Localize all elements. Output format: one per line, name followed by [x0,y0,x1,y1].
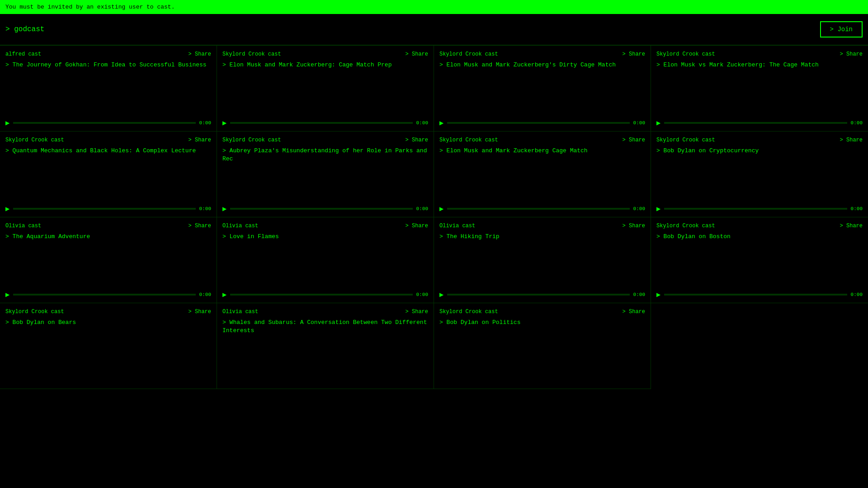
podcast-card: Skylord Crook cast > Share > Bob Dylan o… [651,217,868,303]
play-button[interactable]: ▶ [222,206,226,211]
card-title: > Bob Dylan on Boston [656,233,863,288]
podcast-card: Skylord Crook cast > Share > Elon Musk a… [434,46,651,131]
audio-controls: ▶ 0:00 [5,206,211,211]
progress-bar-container[interactable] [447,294,630,296]
share-button[interactable]: > Share [406,51,428,57]
cast-by-label: Skylord Crook cast [222,51,281,57]
card-grid: alfred cast > Share > The Journey of Gok… [0,45,868,389]
time-label: 0:00 [416,292,428,297]
card-title: > Bob Dylan on Politics [439,319,645,380]
play-button[interactable]: ▶ [439,292,443,297]
progress-bar-container[interactable] [230,208,413,210]
cast-by-label: Olivia cast [439,223,475,229]
share-button[interactable]: > Share [189,51,211,57]
card-title: > Whales and Subarus: A Conversation Bet… [222,319,428,380]
card-header: Skylord Crook cast > Share [439,51,645,57]
podcast-card: Skylord Crook cast > Share > Bob Dylan o… [651,131,868,217]
cast-by-label: Skylord Crook cast [656,223,715,229]
audio-controls: ▶ 0:00 [222,120,428,126]
card-title: > Elon Musk vs Mark Zuckerberg: The Cage… [656,61,863,117]
progress-bar-container[interactable] [13,208,196,210]
card-title: > Elon Musk and Mark Zuckerberg: Cage Ma… [222,61,428,117]
podcast-card: Skylord Crook cast > Share > Elon Musk a… [217,46,434,131]
play-button[interactable]: ▶ [439,120,443,126]
share-button[interactable]: > Share [623,223,645,229]
progress-bar-container[interactable] [230,122,413,124]
card-header: Skylord Crook cast > Share [439,137,645,143]
play-button[interactable]: ▶ [656,206,660,211]
share-button[interactable]: > Share [406,309,428,315]
share-button[interactable]: > Share [623,51,645,57]
podcast-card: Skylord Crook cast > Share > Quantum Mec… [0,131,217,217]
audio-controls: ▶ 0:00 [5,120,211,126]
audio-controls: ▶ 0:00 [656,206,863,211]
card-header: Skylord Crook cast > Share [656,51,863,57]
card-header: Skylord Crook cast > Share [656,137,863,143]
card-title: > The Journey of Gokhan: From Idea to Su… [5,61,211,117]
play-button[interactable]: ▶ [5,292,9,297]
audio-controls: ▶ 0:00 [439,206,645,211]
card-title: > Bob Dylan on Cryptocurrency [656,147,863,202]
progress-bar-container[interactable] [230,294,413,296]
cast-by-label: Olivia cast [222,223,258,229]
play-button[interactable]: ▶ [656,292,660,297]
audio-controls: ▶ 0:00 [5,292,211,297]
share-button[interactable]: > Share [623,309,645,315]
time-label: 0:00 [199,292,211,297]
card-header: Skylord Crook cast > Share [5,137,211,143]
time-label: 0:00 [199,120,211,126]
card-header: Olivia cast > Share [222,223,428,229]
card-header: Skylord Crook cast > Share [222,137,428,143]
progress-bar-container[interactable] [13,294,196,296]
join-button[interactable]: > Join [820,21,863,38]
progress-bar-container[interactable] [447,208,630,210]
play-button[interactable]: ▶ [222,120,226,126]
share-button[interactable]: > Share [189,223,211,229]
card-title: > Elon Musk and Mark Zuckerberg Cage Mat… [439,147,645,202]
card-header: Olivia cast > Share [439,223,645,229]
time-label: 0:00 [851,292,863,297]
share-button[interactable]: > Share [840,223,863,229]
podcast-card: Skylord Crook cast > Share > Elon Musk a… [434,131,651,217]
time-label: 0:00 [633,206,645,211]
share-button[interactable]: > Share [406,137,428,143]
card-title: > Bob Dylan on Bears [5,319,211,380]
card-header: Skylord Crook cast > Share [222,51,428,57]
share-button[interactable]: > Share [623,137,645,143]
play-button[interactable]: ▶ [5,206,9,211]
play-button[interactable]: ▶ [439,206,443,211]
cast-by-label: Skylord Crook cast [439,309,498,315]
progress-bar-container[interactable] [13,122,196,124]
progress-bar-container[interactable] [664,122,847,124]
logo: > godcast [5,25,44,33]
time-label: 0:00 [851,206,863,211]
podcast-card: Skylord Crook cast > Share > Elon Musk v… [651,46,868,131]
card-title: > Elon Musk and Mark Zuckerberg's Dirty … [439,61,645,117]
share-button[interactable]: > Share [189,309,211,315]
cast-by-label: Skylord Crook cast [5,137,64,143]
card-title: > Aubrey Plaza's Misunderstanding of her… [222,147,428,202]
audio-controls: ▶ 0:00 [656,120,863,126]
time-label: 0:00 [633,292,645,297]
progress-bar-container[interactable] [447,122,630,124]
audio-controls: ▶ 0:00 [222,292,428,297]
play-button[interactable]: ▶ [222,292,226,297]
progress-bar-container[interactable] [664,294,847,296]
share-button[interactable]: > Share [406,223,428,229]
card-header: Skylord Crook cast > Share [656,223,863,229]
progress-bar-container[interactable] [664,208,847,210]
cast-by-label: Skylord Crook cast [222,137,281,143]
podcast-card: Olivia cast > Share > Whales and Subarus… [217,303,434,389]
audio-controls: ▶ 0:00 [439,292,645,297]
share-button[interactable]: > Share [840,137,863,143]
podcast-card: Skylord Crook cast > Share > Bob Dylan o… [0,303,217,389]
play-button[interactable]: ▶ [5,120,9,126]
share-button[interactable]: > Share [189,137,211,143]
time-label: 0:00 [633,120,645,126]
header: > godcast > Join [0,14,868,45]
card-title: > The Aquarium Adventure [5,233,211,288]
play-button[interactable]: ▶ [656,120,660,126]
share-button[interactable]: > Share [840,51,863,57]
time-label: 0:00 [416,206,428,211]
cast-by-label: Skylord Crook cast [656,137,715,143]
